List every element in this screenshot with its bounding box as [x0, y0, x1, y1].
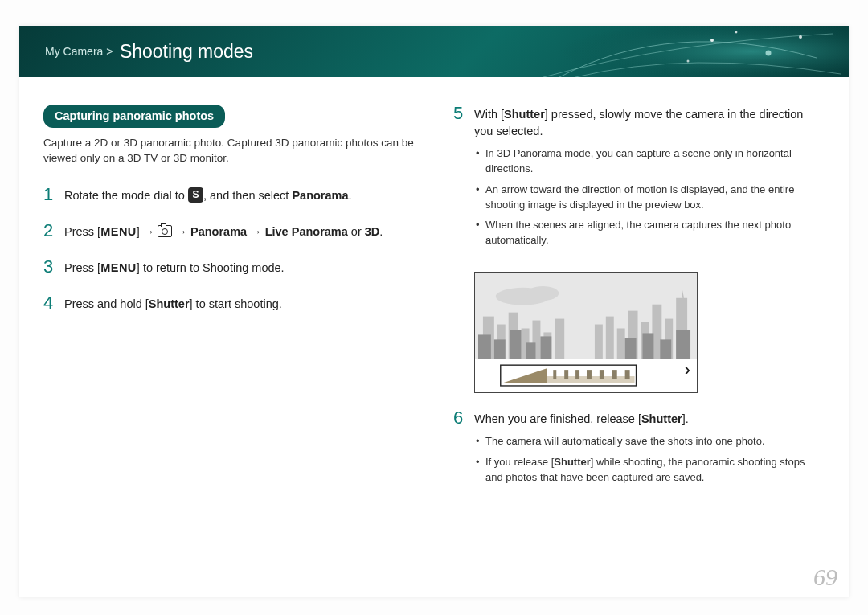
svg-rect-30 [625, 338, 637, 360]
step-6: 6 When you are finished, release [Shutte… [453, 409, 825, 491]
svg-rect-16 [595, 325, 603, 361]
step-text: Rotate the mode dial to S, and then sele… [64, 186, 415, 204]
step-4: 4 Press and hold [Shutter] to start shoo… [43, 294, 415, 313]
content-area: Capturing panoramic photos Capture a 2D … [19, 77, 849, 533]
camera-icon [158, 225, 172, 237]
note-item: When the scenes are aligned, the camera … [474, 218, 825, 248]
right-column: 5 With [Shutter] pressed, slowly move th… [453, 105, 825, 509]
step-1: 1 Rotate the mode dial to S, and then se… [43, 186, 415, 204]
svg-rect-17 [606, 317, 614, 361]
svg-point-8 [527, 286, 559, 301]
manual-page: My Camera > Shooting modes [19, 26, 849, 597]
step-number: 2 [43, 222, 64, 240]
svg-point-3 [766, 51, 772, 56]
svg-rect-41 [600, 370, 604, 379]
svg-rect-37 [553, 370, 556, 379]
svg-rect-39 [575, 370, 579, 379]
section-heading: Capturing panoramic photos [43, 105, 225, 128]
svg-rect-42 [612, 370, 617, 379]
breadcrumb: My Camera > [45, 45, 113, 58]
note-item: If you release [Shutter] while shooting,… [474, 455, 825, 486]
step-number: 4 [43, 294, 64, 313]
header-decoration [527, 26, 849, 77]
page-header: My Camera > Shooting modes [19, 26, 849, 77]
svg-rect-26 [494, 339, 506, 360]
step-5-notes: In 3D Panorama mode, you can capture a s… [474, 146, 825, 248]
page-number: 69 [813, 564, 837, 591]
section-intro: Capture a 2D or 3D panoramic photo. Capt… [43, 136, 415, 166]
svg-rect-25 [478, 335, 491, 361]
step-text: Press [MENU] → → Panorama → Live Panoram… [64, 222, 415, 240]
step-2: 2 Press [MENU] → → Panorama → Live Panor… [43, 222, 415, 240]
page-title: Shooting modes [120, 41, 253, 63]
svg-rect-32 [660, 339, 671, 360]
note-item: An arrow toward the direction of motion … [474, 182, 825, 213]
step-text: With [Shutter] pressed, slowly move the … [474, 105, 825, 254]
svg-rect-34 [475, 359, 697, 392]
note-item: The camera will automatically save the s… [474, 434, 825, 449]
svg-rect-31 [642, 334, 653, 361]
step-text: Press [MENU] to return to Shooting mode. [64, 258, 415, 277]
step-number: 3 [43, 258, 64, 277]
menu-key: MENU [100, 261, 137, 274]
svg-rect-15 [555, 319, 564, 361]
svg-rect-33 [676, 330, 690, 361]
step-text: When you are finished, release [Shutter]… [474, 409, 825, 491]
step-text: Press and hold [Shutter] to start shooti… [64, 294, 415, 313]
menu-key: MENU [100, 225, 137, 238]
step-6-notes: The camera will automatically save the s… [474, 434, 825, 486]
panorama-illustration: ›› [474, 272, 698, 393]
note-item: In 3D Panorama mode, you can capture a s… [474, 146, 825, 177]
svg-point-2 [735, 31, 738, 34]
step-3: 3 Press [MENU] to return to Shooting mod… [43, 258, 415, 277]
svg-rect-40 [587, 370, 592, 379]
svg-rect-38 [564, 370, 568, 379]
svg-rect-0 [527, 26, 849, 77]
step-number: 1 [43, 186, 64, 204]
svg-point-5 [687, 60, 690, 63]
step-number: 5 [453, 105, 474, 254]
double-chevron-icon: ›› [685, 358, 686, 381]
svg-point-4 [799, 35, 802, 39]
svg-rect-18 [617, 329, 625, 361]
svg-rect-29 [540, 337, 551, 361]
step-number: 6 [453, 409, 474, 491]
svg-rect-28 [526, 342, 536, 360]
step-5: 5 With [Shutter] pressed, slowly move th… [453, 105, 825, 254]
left-column: Capturing panoramic photos Capture a 2D … [43, 105, 415, 509]
svg-rect-43 [625, 370, 630, 379]
svg-point-1 [710, 39, 714, 42]
svg-rect-27 [510, 330, 522, 361]
mode-s-icon: S [188, 187, 203, 203]
